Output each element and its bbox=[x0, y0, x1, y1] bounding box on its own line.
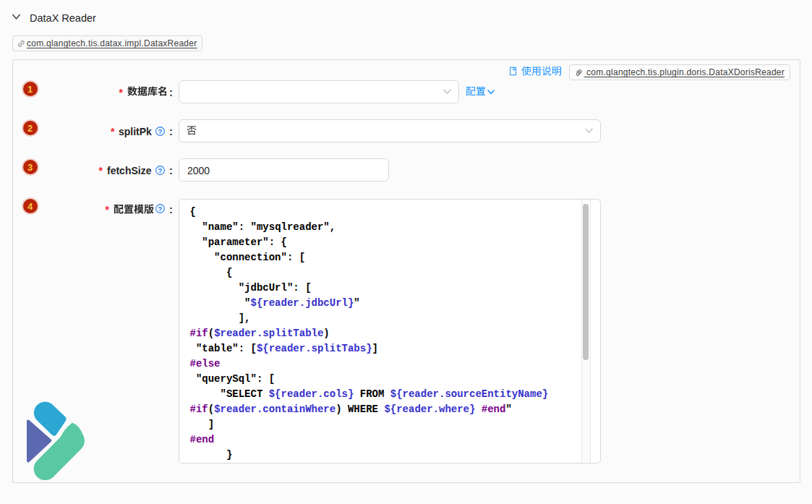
svg-text:?: ? bbox=[158, 127, 163, 134]
svg-text:?: ? bbox=[158, 204, 163, 212]
svg-text:?: ? bbox=[158, 166, 163, 174]
